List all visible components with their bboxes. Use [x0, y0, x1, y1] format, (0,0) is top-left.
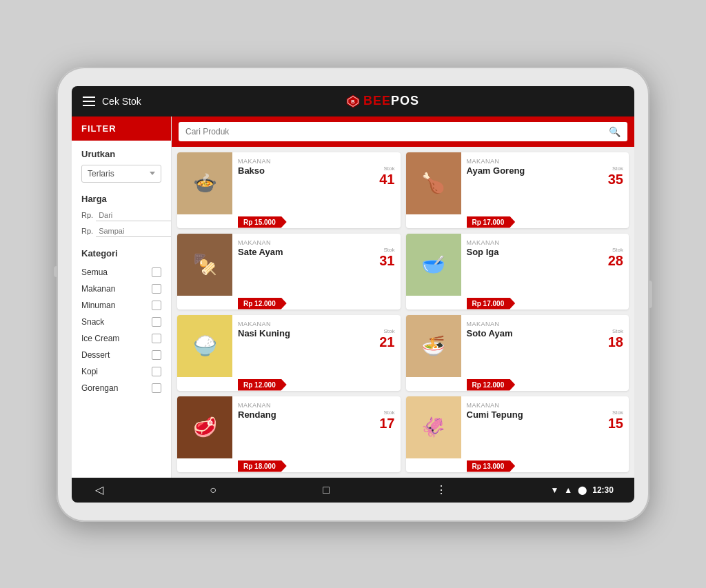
- hamburger-icon[interactable]: [83, 97, 95, 106]
- category-checkbox[interactable]: [152, 350, 161, 360]
- product-name: Rendang: [238, 409, 276, 420]
- product-category: MAKANAN: [467, 239, 624, 246]
- stock-number: 17: [379, 416, 394, 431]
- stock-number: 18: [608, 334, 623, 349]
- price-badge: Rp 12.000: [238, 379, 287, 391]
- product-card[interactable]: 🍜 MAKANAN Soto Ayam Stok 18 Rp 12.000: [406, 315, 629, 391]
- product-image: 🍗: [406, 152, 461, 214]
- product-card[interactable]: 🥣 MAKANAN Sop Iga Stok 28 Rp 17.000: [406, 234, 629, 310]
- category-name: Snack: [81, 317, 104, 327]
- product-image: 🍢: [177, 234, 232, 296]
- product-name: Nasi Kuning: [238, 328, 290, 338]
- product-info: MAKANAN Sate Ayam Stok 31 Rp 12.000: [232, 234, 401, 310]
- category-checkbox[interactable]: [152, 383, 161, 393]
- product-info: MAKANAN Soto Ayam Stok 18 Rp 12.000: [461, 315, 629, 391]
- app-title: Cek Stok: [102, 96, 141, 107]
- category-checkbox[interactable]: [152, 317, 161, 327]
- category-item[interactable]: Dessert: [81, 347, 161, 363]
- product-name: Sate Ayam: [238, 247, 283, 257]
- category-item[interactable]: Minuman: [81, 297, 161, 314]
- stock-wrap: Stok 28: [608, 247, 623, 268]
- stock-number: 31: [379, 253, 394, 268]
- product-name: Soto Ayam: [467, 328, 513, 338]
- stock-wrap: Stok 21: [379, 328, 394, 349]
- product-card[interactable]: 🥩 MAKANAN Rendang Stok 17 Rp 18.000: [177, 396, 401, 472]
- category-item[interactable]: Semua: [81, 264, 161, 281]
- brand-text: BEEPOS: [363, 94, 419, 108]
- wifi-icon: ▼: [550, 485, 558, 495]
- stock-number: 28: [608, 253, 623, 268]
- price-to-input[interactable]: [96, 225, 171, 237]
- category-item[interactable]: Ice Cream: [81, 330, 161, 347]
- product-name: Sop Iga: [467, 247, 499, 257]
- sort-select[interactable]: Terlaris Termurah Termahal Terbaru: [81, 165, 161, 183]
- price-to-label: Rp.: [81, 227, 93, 235]
- price-from-input[interactable]: [96, 210, 171, 221]
- category-item[interactable]: Snack: [81, 314, 161, 330]
- product-info: MAKANAN Ayam Goreng Stok 35 Rp 17.000: [461, 152, 629, 228]
- price-from-row: Rp.: [81, 210, 161, 221]
- search-input-wrap[interactable]: 🔍: [179, 122, 627, 141]
- price-label: Harga: [81, 194, 161, 204]
- product-info: MAKANAN Bakso Stok 41 Rp 15.000: [232, 152, 401, 228]
- product-name: Cumi Tepung: [467, 409, 523, 420]
- sort-label: Urutkan: [81, 149, 161, 159]
- search-icon: 🔍: [609, 126, 621, 137]
- svg-text:B: B: [351, 98, 354, 104]
- stock-number: 21: [379, 334, 394, 349]
- search-input[interactable]: [185, 127, 605, 136]
- products-grid: 🍲 MAKANAN Bakso Stok 41 Rp 15.000 🍗 MAKA…: [172, 147, 634, 478]
- product-card[interactable]: 🍚 MAKANAN Nasi Kuning Stok 21 Rp 12.000: [177, 315, 401, 391]
- price-from-label: Rp.: [81, 211, 93, 219]
- tablet-frame: Cek Stok B BEEPOS FILTER: [57, 67, 649, 522]
- product-category: MAKANAN: [467, 158, 624, 165]
- product-name-row: Rendang Stok 17: [238, 409, 395, 431]
- product-card[interactable]: 🦑 MAKANAN Cumi Tepung Stok 15 Rp 13.000: [406, 396, 629, 472]
- filter-header: FILTER: [72, 116, 171, 141]
- product-category: MAKANAN: [238, 158, 395, 165]
- stock-wrap: Stok 15: [608, 409, 623, 431]
- category-checkbox[interactable]: [152, 301, 161, 310]
- category-name: Minuman: [81, 301, 115, 310]
- product-card[interactable]: 🍢 MAKANAN Sate Ayam Stok 31 Rp 12.000: [177, 234, 401, 310]
- category-checkbox[interactable]: [152, 267, 161, 277]
- price-badge: Rp 12.000: [238, 298, 287, 310]
- category-name: Kopi: [81, 367, 98, 376]
- bottom-nav: ◁ ○ □ ⋮ ▼ ▲ ⬤ 12:30: [72, 478, 634, 503]
- product-card[interactable]: 🍗 MAKANAN Ayam Goreng Stok 35 Rp 17.000: [406, 152, 629, 228]
- product-card[interactable]: 🍲 MAKANAN Bakso Stok 41 Rp 15.000: [177, 152, 401, 228]
- product-category: MAKANAN: [238, 402, 395, 409]
- product-image: 🍜: [406, 315, 461, 377]
- price-section: Harga Rp. Rp.: [81, 194, 161, 237]
- stock-wrap: Stok 41: [379, 165, 394, 187]
- stock-number: 15: [608, 416, 623, 431]
- product-info: MAKANAN Cumi Tepung Stok 15 Rp 13.000: [461, 396, 629, 472]
- category-item[interactable]: Makanan: [81, 281, 161, 297]
- menu-button[interactable]: ⋮: [433, 480, 450, 499]
- price-to-row: Rp.: [81, 225, 161, 237]
- stock-wrap: Stok 18: [608, 328, 623, 349]
- back-button[interactable]: ◁: [92, 480, 106, 499]
- top-bar: Cek Stok B BEEPOS: [72, 86, 634, 116]
- category-name: Ice Cream: [81, 334, 119, 343]
- price-badge: Rp 12.000: [467, 379, 516, 391]
- stock-label: Stok: [608, 165, 623, 172]
- product-name-row: Bakso Stok 41: [238, 165, 395, 187]
- category-checkbox[interactable]: [152, 284, 161, 294]
- product-image: 🍲: [177, 152, 232, 214]
- price-badge: Rp 17.000: [467, 298, 516, 310]
- stock-label: Stok: [379, 328, 394, 334]
- stock-label: Stok: [608, 328, 623, 334]
- category-checkbox[interactable]: [152, 334, 161, 343]
- product-name-row: Nasi Kuning Stok 21: [238, 328, 395, 349]
- product-category: MAKANAN: [467, 321, 624, 327]
- status-bar: ▼ ▲ ⬤ 12:30: [550, 485, 613, 495]
- category-item[interactable]: Gorengan: [81, 380, 161, 396]
- category-item[interactable]: Kopi: [81, 363, 161, 380]
- stock-label: Stok: [379, 409, 394, 416]
- recents-button[interactable]: □: [320, 481, 332, 499]
- category-checkbox[interactable]: [152, 367, 161, 376]
- home-button[interactable]: ○: [207, 481, 219, 499]
- category-section: Kategori SemuaMakananMinumanSnackIce Cre…: [81, 248, 161, 396]
- category-name: Gorengan: [81, 383, 118, 393]
